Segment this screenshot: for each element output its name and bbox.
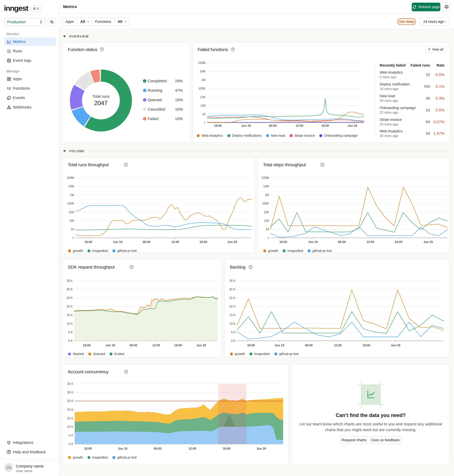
svg-text:0 K: 0 K xyxy=(231,339,235,343)
svg-text:1: 1 xyxy=(267,236,269,240)
svg-text:06:00: 06:00 xyxy=(143,240,151,244)
svg-text:Jun 20: Jun 20 xyxy=(227,240,237,244)
svg-text:18:00: 18:00 xyxy=(321,124,329,127)
svg-text:Jun 20: Jun 20 xyxy=(424,240,433,244)
svg-text:18:00: 18:00 xyxy=(363,344,370,347)
svg-text:10K: 10K xyxy=(264,211,269,214)
svg-text:10M: 10M xyxy=(200,70,205,73)
svg-text:06:00: 06:00 xyxy=(269,124,277,127)
svg-text:06:00: 06:00 xyxy=(338,240,346,244)
svg-text:Jun 19: Jun 19 xyxy=(113,240,122,244)
svg-text:Jun 19: Jun 19 xyxy=(308,240,318,244)
svg-text:5 K: 5 K xyxy=(231,330,235,334)
svg-text:10M: 10M xyxy=(263,185,269,188)
svg-text:10: 10 xyxy=(202,112,205,116)
svg-text:18:00: 18:00 xyxy=(223,447,231,450)
svg-text:100: 100 xyxy=(69,219,74,222)
svg-text:15 K: 15 K xyxy=(67,417,73,420)
svg-text:Jun 20: Jun 20 xyxy=(348,124,357,127)
svg-text:35 K: 35 K xyxy=(67,382,73,386)
svg-text:10 K: 10 K xyxy=(67,425,73,429)
svg-text:15 K: 15 K xyxy=(229,313,236,317)
svg-text:Jun 20: Jun 20 xyxy=(197,344,206,347)
svg-text:10 K: 10 K xyxy=(67,322,73,325)
svg-text:100M: 100M xyxy=(198,61,205,65)
svg-text:18:00: 18:00 xyxy=(280,240,287,244)
svg-text:25 K: 25 K xyxy=(67,399,73,403)
svg-text:18:00: 18:00 xyxy=(200,240,207,244)
svg-text:5 K: 5 K xyxy=(68,330,73,334)
svg-text:100K: 100K xyxy=(67,202,74,205)
svg-text:06:00: 06:00 xyxy=(154,447,162,450)
svg-text:1: 1 xyxy=(204,121,205,124)
svg-text:10K: 10K xyxy=(200,95,206,99)
svg-text:10 K: 10 K xyxy=(229,322,236,325)
svg-text:10: 10 xyxy=(266,227,269,231)
svg-text:18:00: 18:00 xyxy=(395,240,402,244)
svg-text:25 K: 25 K xyxy=(229,296,236,300)
svg-text:1M: 1M xyxy=(201,78,205,82)
svg-text:0 K: 0 K xyxy=(69,442,73,446)
svg-text:06:00: 06:00 xyxy=(305,344,313,347)
svg-text:12:00: 12:00 xyxy=(366,240,374,244)
svg-text:100M: 100M xyxy=(67,176,74,179)
svg-text:100K: 100K xyxy=(262,202,269,205)
svg-text:1M: 1M xyxy=(265,193,269,197)
svg-text:10K: 10K xyxy=(69,211,74,214)
svg-text:18:00: 18:00 xyxy=(84,447,92,450)
svg-text:Jun 19: Jun 19 xyxy=(118,447,128,450)
svg-text:30 K: 30 K xyxy=(67,391,73,394)
svg-text:0 K: 0 K xyxy=(68,339,73,343)
svg-text:12:00: 12:00 xyxy=(171,240,179,244)
svg-text:12:00: 12:00 xyxy=(152,344,160,347)
svg-text:1M: 1M xyxy=(70,193,74,197)
svg-text:10: 10 xyxy=(71,227,74,231)
svg-text:10M: 10M xyxy=(68,185,74,188)
svg-text:25 K: 25 K xyxy=(67,296,73,300)
svg-text:12:00: 12:00 xyxy=(334,344,342,347)
svg-text:Jun 19: Jun 19 xyxy=(106,344,115,347)
svg-text:Jun 20: Jun 20 xyxy=(391,344,401,347)
svg-text:Jun 19: Jun 19 xyxy=(241,124,251,127)
svg-text:100K: 100K xyxy=(198,87,205,90)
svg-text:20 K: 20 K xyxy=(229,305,236,308)
svg-text:5 K: 5 K xyxy=(69,434,73,437)
svg-text:30 K: 30 K xyxy=(229,288,236,291)
svg-text:30 K: 30 K xyxy=(67,288,73,291)
svg-text:18:00: 18:00 xyxy=(247,344,255,347)
svg-text:Jun 19: Jun 19 xyxy=(275,344,284,347)
svg-text:35 K: 35 K xyxy=(67,279,73,282)
svg-text:18:00: 18:00 xyxy=(83,344,91,347)
svg-text:35 K: 35 K xyxy=(229,279,236,282)
svg-text:100: 100 xyxy=(200,104,205,107)
svg-text:12:00: 12:00 xyxy=(295,124,303,127)
svg-text:20 K: 20 K xyxy=(67,408,73,411)
svg-text:100: 100 xyxy=(264,219,269,222)
svg-text:15 K: 15 K xyxy=(67,313,73,317)
svg-text:18:00: 18:00 xyxy=(214,124,222,127)
svg-text:100M: 100M xyxy=(261,176,269,179)
svg-text:18:00: 18:00 xyxy=(84,240,92,244)
svg-text:20 K: 20 K xyxy=(67,305,73,308)
svg-text:12:00: 12:00 xyxy=(189,447,196,450)
svg-text:1: 1 xyxy=(72,236,74,240)
svg-text:06:00: 06:00 xyxy=(129,344,137,347)
svg-text:18:00: 18:00 xyxy=(174,344,182,347)
svg-text:Jun 20: Jun 20 xyxy=(257,447,266,450)
